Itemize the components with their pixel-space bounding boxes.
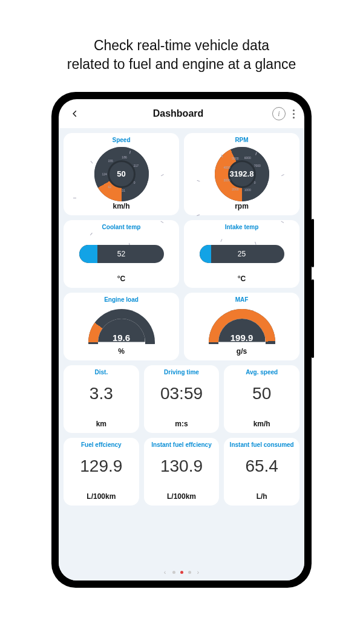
stat-unit: m:s — [175, 420, 188, 428]
dial-rpm: 01000200030004000500060007000 3192.8 — [215, 147, 269, 201]
gauge-coolant[interactable]: Coolant temp 52 °C — [64, 220, 179, 288]
gauge-title: Engine load — [104, 296, 139, 303]
stat-value: 3.3 — [90, 384, 113, 403]
promo-text: Check real-time vehicle data related to … — [0, 0, 363, 92]
stat-unit: L/h — [257, 492, 267, 501]
gauge-engine-load[interactable]: Engine load 19.6 % — [64, 293, 179, 360]
gauge-unit: °C — [117, 275, 125, 283]
pager-dot[interactable] — [188, 571, 191, 574]
half-gauge-maf: 199.9 — [209, 309, 275, 344]
stat-value: 130.9 — [160, 457, 203, 476]
pager-prev-icon[interactable]: ‹ — [164, 568, 166, 576]
stat-value: 65.4 — [245, 457, 278, 476]
gauge-unit: km/h — [113, 202, 129, 210]
gauge-value: 3192.8 — [230, 169, 254, 178]
gauge-title: RPM — [235, 137, 248, 143]
gauge-title: Coolant temp — [102, 224, 141, 230]
gauge-value: 25 — [238, 250, 246, 258]
half-gauge-engine-load: 19.6 — [88, 309, 155, 344]
stat-value: 03:59 — [160, 384, 203, 403]
gauge-value: 52 — [117, 250, 125, 258]
gauge-speed[interactable]: Speed 03162124155186217 50 km/h — [64, 133, 179, 215]
pager-next-icon[interactable]: › — [197, 568, 200, 576]
gauge-unit: g/s — [237, 347, 247, 356]
gauge-title: MAF — [235, 296, 249, 303]
pager-dot[interactable] — [180, 571, 183, 574]
stat-card[interactable]: Fuel effciency129.9L/100km — [64, 438, 139, 506]
info-icon[interactable]: i — [272, 107, 286, 120]
gauge-value: 50 — [117, 169, 125, 178]
stat-title: Driving time — [164, 369, 199, 376]
stat-card[interactable]: Instant fuel consumed65.4L/h — [224, 438, 299, 506]
gauge-intake[interactable]: Intake temp 25 °C — [184, 220, 299, 288]
stat-title: Avg. speed — [246, 369, 278, 376]
more-icon[interactable] — [290, 107, 297, 121]
pager-dot[interactable] — [172, 571, 175, 574]
stat-card[interactable]: Driving time03:59m:s — [144, 365, 220, 433]
page-title: Dashboard — [84, 108, 272, 119]
stat-card[interactable]: Dist.3.3km — [64, 365, 139, 433]
app-header: Dashboard i — [59, 99, 304, 128]
pager: ‹ › — [59, 564, 304, 581]
stat-title: Dist. — [95, 369, 108, 376]
stat-unit: km/h — [253, 420, 270, 428]
dashboard: Speed 03162124155186217 50 km/h RPM — [59, 128, 304, 564]
stat-title: Instant fuel consumed — [230, 441, 294, 448]
gauge-unit: % — [118, 347, 125, 356]
gauge-value: 19.6 — [88, 333, 155, 343]
gauge-unit: °C — [238, 275, 246, 283]
stat-card[interactable]: Instant fuel effciency130.9L/100km — [144, 438, 220, 506]
pill-intake: 25 — [200, 245, 284, 263]
gauge-value: 199.9 — [209, 333, 275, 343]
stat-card[interactable]: Avg. speed50km/h — [224, 365, 299, 433]
stat-title: Fuel effciency — [81, 441, 122, 448]
back-icon[interactable] — [66, 103, 84, 124]
pill-coolant: 52 — [79, 245, 164, 263]
stat-value: 50 — [252, 384, 271, 403]
dial-speed: 03162124155186217 50 — [94, 147, 149, 201]
gauge-title: Intake temp — [225, 224, 259, 230]
gauge-maf[interactable]: MAF 199.9 g/s — [184, 293, 299, 360]
phone-frame: Dashboard i Speed 03162124155186217 50 — [51, 92, 312, 588]
stat-unit: km — [96, 420, 106, 428]
gauge-rpm[interactable]: RPM 01000200030004000500060007000 3192.8… — [184, 133, 299, 215]
promo-line1: Check real-time vehicle data — [12, 36, 351, 55]
stat-unit: L/100km — [167, 492, 196, 501]
gauge-unit: rpm — [235, 202, 249, 210]
gauge-title: Speed — [112, 137, 130, 143]
phone-screen: Dashboard i Speed 03162124155186217 50 — [59, 99, 304, 581]
stat-unit: L/100km — [87, 492, 116, 501]
stat-value: 129.9 — [80, 457, 122, 476]
stat-title: Instant fuel effciency — [151, 441, 211, 448]
promo-line2: related to fuel and engine at a glance — [12, 55, 351, 74]
